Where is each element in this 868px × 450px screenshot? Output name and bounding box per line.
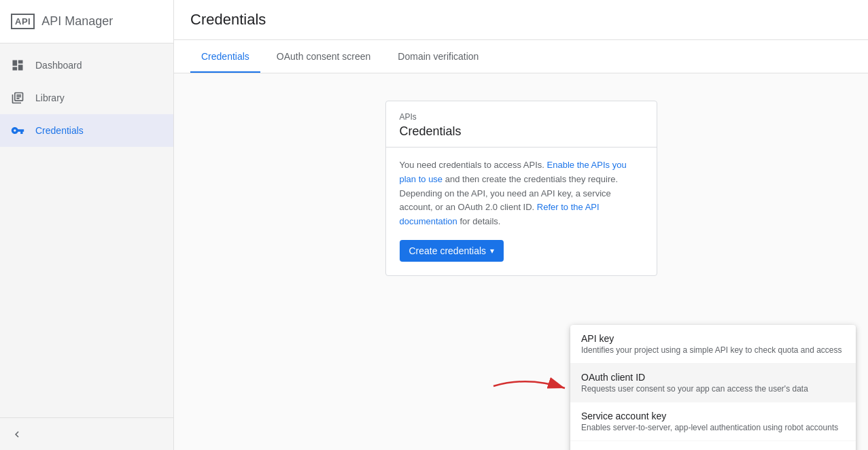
library-icon (11, 91, 24, 105)
dropdown-item-service-title: Service account key (581, 411, 845, 421)
main-header: Credentials (174, 0, 868, 40)
dropdown-item-oauth-desc: Requests user consent so your app can ac… (581, 384, 845, 394)
create-credentials-button[interactable]: Create credentials ▾ (400, 240, 504, 262)
dropdown-item-api-key-title: API key (581, 333, 845, 344)
create-credentials-label: Create credentials (409, 245, 487, 256)
arrow-indicator (487, 369, 568, 405)
sidebar-item-credentials[interactable]: Credentials (0, 114, 173, 147)
page-title: Credentials (190, 11, 852, 29)
tab-oauth[interactable]: OAuth consent screen (266, 40, 382, 73)
dropdown-item-help-choose[interactable]: Help me choose Asks a few questions to h… (570, 441, 856, 450)
dropdown-item-service-desc: Enables server-to-server, app-level auth… (581, 423, 845, 432)
main-content: Credentials Credentials OAuth consent sc… (174, 0, 868, 450)
card-title: Credentials (400, 124, 643, 139)
card-desc-text3: for details. (459, 216, 500, 226)
sidebar-item-label-credentials: Credentials (35, 125, 84, 136)
dashboard-icon (11, 58, 24, 72)
dropdown-item-oauth-title: OAuth client ID (581, 372, 845, 383)
create-credentials-arrow-icon: ▾ (490, 246, 494, 256)
sidebar-nav: Dashboard Library Credentials (0, 44, 173, 417)
arrow-svg (487, 369, 568, 403)
credentials-icon (11, 124, 24, 137)
sidebar-item-library[interactable]: Library (0, 82, 173, 114)
card-apis-label: APIs (400, 112, 643, 122)
sidebar: API API Manager Dashboard Library Creden… (0, 0, 174, 450)
card-desc-part1: You need credentials to access APIs. (400, 160, 544, 170)
dropdown-item-service-account[interactable]: Service account key Enables server-to-se… (570, 402, 856, 441)
sidebar-item-label-library: Library (35, 92, 65, 103)
sidebar-header: API API Manager (0, 0, 173, 44)
tabs-container: Credentials OAuth consent screen Domain … (174, 40, 868, 73)
dropdown-item-api-key[interactable]: API key Identifies your project using a … (570, 325, 856, 364)
sidebar-item-label-dashboard: Dashboard (35, 60, 82, 71)
api-logo: API (11, 14, 35, 29)
tab-credentials[interactable]: Credentials (190, 40, 260, 73)
dropdown-item-oauth-client-id[interactable]: OAuth client ID Requests user consent so… (570, 364, 856, 402)
app-name: API Manager (41, 14, 113, 29)
tab-domain[interactable]: Domain verification (387, 40, 489, 73)
card-description: You need credentials to access APIs. Ena… (400, 158, 643, 229)
credentials-card: APIs Credentials You need credentials to… (385, 101, 657, 276)
collapse-icon (11, 428, 23, 440)
main-body: APIs Credentials You need credentials to… (174, 73, 868, 450)
create-credentials-dropdown: API key Identifies your project using a … (570, 325, 856, 450)
sidebar-item-dashboard[interactable]: Dashboard (0, 49, 173, 82)
dropdown-item-api-key-desc: Identifies your project using a simple A… (581, 345, 845, 355)
card-body: You need credentials to access APIs. Ena… (386, 148, 657, 275)
sidebar-collapse-btn[interactable] (0, 417, 173, 450)
card-header: APIs Credentials (386, 101, 657, 148)
